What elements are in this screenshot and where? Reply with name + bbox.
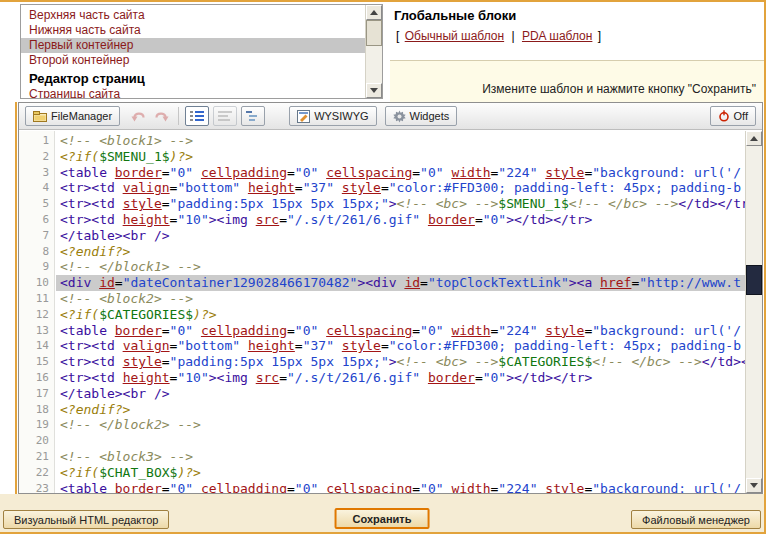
code-line-17[interactable]: </table><br />	[56, 386, 745, 402]
template-type-links: [ Обычный шаблон | PDA шаблон ]	[390, 23, 764, 43]
code-line-22[interactable]: <?if($CHAT_BOX$)?>	[56, 465, 745, 481]
template-list-item[interactable]: Первый контейнер	[21, 38, 365, 53]
line-number: 12	[19, 307, 49, 323]
line-number: 20	[19, 433, 49, 449]
scrollbar-thumb[interactable]	[366, 20, 382, 46]
code-line-11[interactable]: <!-- <block2> -->	[56, 291, 745, 307]
code-line-2[interactable]: <?if($SMENU_1$)?>	[56, 149, 745, 165]
line-number: 7	[19, 228, 49, 244]
footer-bar: Визуальный HTML редактор Сохранить Файло…	[0, 494, 764, 532]
code-line-9[interactable]: <!-- </block1> -->	[56, 259, 745, 275]
scroll-down-button[interactable]	[746, 478, 762, 493]
save-button[interactable]: Сохранить	[335, 508, 430, 529]
code-editor: 1234567891011121314151617181920212223 <!…	[19, 131, 762, 493]
line-number: 18	[19, 402, 49, 418]
highlight-icon	[218, 110, 232, 122]
normal-template-link[interactable]: Обычный шаблон	[405, 29, 504, 43]
line-number: 6	[19, 212, 49, 228]
bracket-left: [	[396, 29, 399, 43]
redo-button[interactable]	[150, 106, 172, 126]
notice-text: Измените шаблон и нажмите кнопку "Сохран…	[482, 82, 756, 96]
code-line-8[interactable]: <?endif?>	[56, 244, 745, 260]
code-line-3[interactable]: <table border="0" cellpadding="0" cellsp…	[56, 165, 745, 181]
code-line-4[interactable]: <tr><td valign="bottom" height="37" styl…	[56, 180, 745, 196]
code-line-16[interactable]: <tr><td height="10"><img src="/.s/t/261/…	[56, 370, 745, 386]
code-line-12[interactable]: <?if($CATEGORIES$)?>	[56, 307, 745, 323]
code-line-10[interactable]: <div id="dateContainer129028466170482"><…	[56, 275, 745, 291]
line-number: 15	[19, 354, 49, 370]
code-outline-button[interactable]	[241, 106, 265, 126]
off-button[interactable]: Off	[710, 106, 756, 126]
power-icon	[718, 110, 730, 122]
code-line-5[interactable]: <tr><td style="padding:5px 15px 5px 15px…	[56, 196, 745, 212]
line-number: 22	[19, 465, 49, 481]
template-list-item[interactable]: Нижняя часть сайта	[21, 23, 365, 38]
line-number: 17	[19, 386, 49, 402]
template-section-header: Редактор страниц	[21, 70, 365, 87]
line-number: 1	[19, 133, 49, 149]
code-line-6[interactable]: <tr><td height="10"><img src="/.s/t/261/…	[56, 212, 745, 228]
editor-scrollbar[interactable]	[745, 131, 762, 493]
line-number: 2	[19, 149, 49, 165]
line-number: 13	[19, 323, 49, 339]
arrow-up-icon	[370, 10, 378, 15]
redo-arrow-icon	[153, 109, 169, 123]
pda-template-link[interactable]: PDA шаблон	[522, 29, 592, 43]
code-line-7[interactable]: </table><br />	[56, 228, 745, 244]
code-line-19[interactable]: <!-- </block2> -->	[56, 417, 745, 433]
line-number: 14	[19, 338, 49, 354]
line-numbers-icon	[190, 110, 204, 122]
filemanager-label: FileManager	[51, 110, 112, 122]
ucoz-template-editor-page: Верхняя часть сайтаНижняя часть сайтаПер…	[0, 0, 766, 534]
top-area: Верхняя часть сайтаНижняя часть сайтаПер…	[0, 2, 764, 102]
code-line-15[interactable]: <tr><td style="padding:5px 15px 5px 15px…	[56, 354, 745, 370]
scrollbar-marker[interactable]	[746, 265, 762, 295]
code-line-21[interactable]: <!-- <block3> -->	[56, 449, 745, 465]
wysiwyg-icon	[297, 110, 310, 123]
file-manager-button[interactable]: Файловый менеджер	[631, 510, 761, 529]
line-numbers-toggle-button[interactable]	[185, 106, 209, 126]
arrow-down-icon	[750, 483, 758, 488]
code-line-14[interactable]: <tr><td valign="bottom" height="37" styl…	[56, 338, 745, 354]
scroll-up-button[interactable]	[746, 131, 762, 146]
visual-editor-button[interactable]: Визуальный HTML редактор	[3, 510, 169, 529]
arrow-down-icon	[370, 88, 378, 93]
code-line-18[interactable]: <?endif?>	[56, 402, 745, 418]
code-line-23[interactable]: <table border="0" cellpadding="0" cellsp…	[56, 481, 745, 493]
folder-icon	[33, 110, 47, 122]
template-list-item[interactable]: Второй контейнер	[21, 53, 365, 68]
template-list-item[interactable]: Верхняя часть сайта	[21, 8, 365, 23]
widgets-label: Widgets	[410, 110, 450, 122]
code-outline-icon	[246, 110, 260, 122]
template-list-item[interactable]: Страницы сайта	[21, 87, 365, 98]
line-number-gutter: 1234567891011121314151617181920212223	[19, 131, 55, 493]
code-lines[interactable]: <!-- <block1> --><?if($SMENU_1$)?><table…	[56, 131, 745, 493]
line-number: 19	[19, 417, 49, 433]
gear-icon	[393, 110, 406, 123]
template-editor-panel: FileManager	[18, 102, 763, 494]
toolbar-separator	[178, 107, 179, 125]
filemanager-button[interactable]: FileManager	[25, 106, 120, 126]
template-list: Верхняя часть сайтаНижняя часть сайтаПер…	[20, 4, 383, 99]
code-line-1[interactable]: <!-- <block1> -->	[56, 133, 745, 149]
global-blocks-panel: Глобальные блоки [ Обычный шаблон | PDA …	[390, 2, 764, 102]
code-line-13[interactable]: <table border="0" cellpadding="0" cellsp…	[56, 323, 745, 339]
scroll-down-button[interactable]	[366, 83, 382, 98]
highlight-toggle-button[interactable]	[213, 106, 237, 126]
scroll-up-button[interactable]	[366, 5, 382, 20]
wysiwyg-button[interactable]: WYSIWYG	[289, 106, 376, 126]
off-label: Off	[734, 110, 748, 122]
template-list-scrollbar[interactable]	[365, 5, 382, 98]
line-number: 10	[19, 275, 49, 291]
global-blocks-title: Глобальные блоки	[390, 2, 764, 23]
code-line-20[interactable]	[56, 433, 745, 449]
line-number: 11	[19, 291, 49, 307]
line-number: 16	[19, 370, 49, 386]
links-separator: |	[511, 29, 514, 43]
undo-button[interactable]	[128, 106, 150, 126]
notice-area: Измените шаблон и нажмите кнопку "Сохран…	[390, 61, 764, 102]
widgets-button[interactable]: Widgets	[385, 106, 458, 126]
line-number: 9	[19, 259, 49, 275]
undo-arrow-icon	[131, 109, 147, 123]
template-list-items: Верхняя часть сайтаНижняя часть сайтаПер…	[21, 5, 365, 98]
